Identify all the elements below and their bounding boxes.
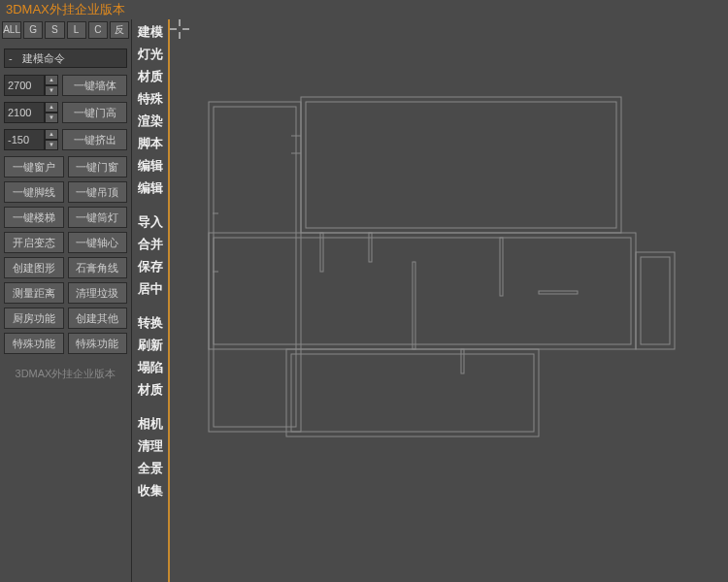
svg-rect-11 [320, 233, 323, 272]
tool-btn[interactable]: 一键楼梯 [4, 207, 64, 228]
tool-btn[interactable]: 一键轴心 [68, 232, 128, 253]
side-menu-item[interactable]: 建模 [133, 21, 167, 43]
svg-rect-0 [301, 97, 621, 233]
tool-btn[interactable]: 一键吊顶 [68, 181, 128, 203]
footer-text: 3DMAX外挂企业版本 [0, 367, 131, 381]
left-panel: ALLGSLC反 - 建模命令 ▲▼一键墙体▲▼一键门高▲▼一键挤出 一键窗户一… [0, 19, 131, 582]
side-menu-item[interactable]: 合并 [133, 234, 167, 255]
side-menu-item[interactable]: 编辑 [133, 178, 167, 199]
spinner-down-icon[interactable]: ▼ [45, 113, 58, 123]
side-menu-item[interactable]: 保存 [133, 256, 167, 277]
tool-btn[interactable]: 清理垃圾 [68, 282, 128, 304]
tool-btn[interactable]: 创建其他 [68, 307, 128, 329]
spinner: ▲▼ [4, 129, 58, 150]
side-menu-item[interactable]: 清理 [133, 436, 167, 457]
svg-rect-13 [500, 238, 503, 296]
side-menu-item[interactable]: 导入 [133, 211, 167, 233]
side-menu-item[interactable]: 全景 [133, 458, 167, 479]
svg-rect-15 [461, 349, 464, 373]
side-menu-item[interactable]: 转换 [133, 312, 167, 334]
side-menu-gap [132, 402, 168, 413]
spinner-up-icon[interactable]: ▲ [45, 75, 58, 85]
side-menu-item[interactable]: 塌陷 [133, 357, 167, 378]
floorplan-drawing [170, 19, 728, 582]
side-menu-item[interactable]: 特殊 [133, 88, 167, 110]
tool-btn[interactable]: 测量距离 [4, 282, 64, 304]
svg-rect-3 [214, 107, 296, 427]
tool-btn[interactable]: 一键筒灯 [68, 207, 128, 228]
svg-rect-6 [636, 252, 675, 349]
side-menu-item[interactable]: 渲染 [133, 111, 167, 132]
side-menu: 建模灯光材质特殊渲染脚本编辑编辑导入合并保存居中转换刷新塌陷材质相机清理全景收集 [131, 19, 170, 582]
svg-rect-10 [413, 262, 415, 349]
tool-grid: 一键窗户一键门窗一键脚线一键吊顶一键楼梯一键筒灯开启变态一键轴心创建图形石膏角线… [0, 153, 131, 357]
side-menu-item[interactable]: 材质 [133, 66, 167, 87]
filter-btn-反[interactable]: 反 [110, 21, 129, 39]
filter-btn-g[interactable]: G [23, 21, 43, 39]
spinner-input[interactable] [4, 129, 45, 150]
side-menu-gap [132, 200, 168, 211]
filter-btn-l[interactable]: L [67, 21, 86, 39]
param-row: ▲▼一键门高 [0, 99, 131, 126]
tool-btn[interactable]: 一键门高 [62, 102, 127, 123]
filter-row: ALLGSLC反 [0, 19, 131, 41]
tool-btn[interactable]: 一键脚线 [4, 181, 64, 203]
tool-btn[interactable]: 特殊功能 [4, 333, 64, 354]
param-row: ▲▼一键墙体 [0, 72, 131, 99]
tool-btn[interactable]: 特殊功能 [68, 333, 128, 354]
side-menu-item[interactable]: 编辑 [133, 155, 167, 177]
command-header-prefix: - [9, 52, 13, 64]
spinner-input[interactable] [4, 75, 45, 96]
svg-rect-2 [209, 102, 301, 432]
side-menu-item[interactable]: 材质 [133, 379, 167, 401]
main-area: ALLGSLC反 - 建模命令 ▲▼一键墙体▲▼一键门高▲▼一键挤出 一键窗户一… [0, 19, 728, 582]
command-header-label: 建模命令 [22, 51, 65, 66]
tool-btn[interactable]: 石膏角线 [68, 257, 128, 278]
tool-btn[interactable]: 创建图形 [4, 257, 64, 278]
side-menu-item[interactable]: 相机 [133, 413, 167, 435]
side-menu-item[interactable]: 刷新 [133, 335, 167, 356]
side-menu-gap [132, 301, 168, 312]
spinner: ▲▼ [4, 102, 58, 123]
filter-btn-c[interactable]: C [88, 21, 108, 39]
spinner-up-icon[interactable]: ▲ [45, 129, 58, 140]
tool-btn[interactable]: 一键门窗 [68, 156, 128, 178]
side-menu-item[interactable]: 收集 [133, 480, 167, 501]
tool-btn[interactable]: 一键挤出 [62, 129, 127, 150]
tool-btn[interactable]: 开启变态 [4, 232, 64, 253]
side-menu-item[interactable]: 居中 [133, 278, 167, 300]
app-title: 3DMAX外挂企业版本 [6, 2, 125, 16]
spinner-down-icon[interactable]: ▼ [45, 140, 58, 150]
command-header[interactable]: - 建模命令 [4, 48, 127, 68]
svg-rect-1 [306, 102, 616, 228]
svg-rect-14 [539, 291, 578, 294]
spinner-up-icon[interactable]: ▲ [45, 102, 58, 113]
filter-btn-all[interactable]: ALL [2, 21, 21, 39]
title-bar: 3DMAX外挂企业版本 [0, 0, 728, 19]
spinner: ▲▼ [4, 75, 58, 96]
spinner-input[interactable] [4, 102, 45, 123]
svg-rect-7 [641, 257, 670, 344]
side-menu-item[interactable]: 灯光 [133, 44, 167, 65]
tool-btn[interactable]: 一键窗户 [4, 156, 64, 178]
side-menu-item[interactable]: 脚本 [133, 133, 167, 154]
spinner-down-icon[interactable]: ▼ [45, 85, 58, 96]
tool-btn[interactable]: 厨房功能 [4, 307, 64, 329]
svg-rect-8 [286, 349, 539, 436]
svg-rect-9 [291, 354, 534, 432]
viewport[interactable] [170, 19, 728, 582]
param-row: ▲▼一键挤出 [0, 126, 131, 153]
filter-btn-s[interactable]: S [45, 21, 64, 39]
tool-btn[interactable]: 一键墙体 [62, 75, 127, 96]
